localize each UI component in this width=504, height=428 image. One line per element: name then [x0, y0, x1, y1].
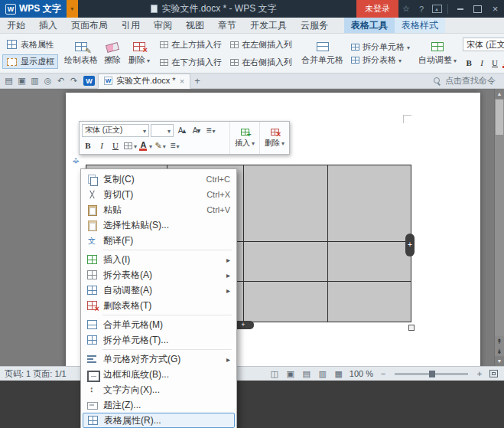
menu-item-split-cells[interactable]: 拆分单元格(T)...	[83, 332, 235, 348]
wps-menu-dropdown[interactable]	[67, 0, 78, 18]
skin-icon[interactable]	[398, 0, 414, 18]
merge-cells-button[interactable]: 合并单元格	[298, 41, 346, 67]
zoom-out-button[interactable]	[379, 369, 388, 378]
menu-item-paste[interactable]: 粘贴 Ctrl+V	[83, 202, 235, 217]
tab-insert[interactable]: 插入	[32, 18, 64, 33]
eraser-button[interactable]: 擦除	[101, 41, 124, 67]
menu-item-copy[interactable]: 复制(C) Ctrl+C	[83, 172, 235, 187]
tab-section[interactable]: 章节	[211, 18, 243, 33]
font-size-combo[interactable]	[151, 124, 174, 137]
undo-icon[interactable]	[54, 74, 67, 88]
help-icon[interactable]: ?	[414, 0, 429, 18]
menu-item-cell-alignment[interactable]: 单元格对齐方式(G)	[83, 351, 235, 367]
menu-item-table-properties[interactable]: 表格属性(R)...	[83, 413, 235, 428]
bold-button[interactable]: B	[463, 57, 475, 69]
menu-item-paste-special[interactable]: 选择性粘贴(S)...	[83, 217, 235, 233]
delete-button[interactable]: 删除	[125, 41, 153, 67]
shrink-font-button[interactable]	[190, 124, 203, 137]
underline-button[interactable]: U	[109, 139, 122, 152]
zoom-slider[interactable]	[395, 373, 468, 375]
font-name-combo[interactable]: 宋体 (正文)	[463, 38, 504, 51]
draw-table-button[interactable]: 绘制表格	[61, 41, 101, 67]
login-button[interactable]: 未登录	[356, 0, 398, 18]
split-cells-button[interactable]: 拆分单元格	[348, 41, 412, 54]
menu-item-translate[interactable]: 翻译(F)	[83, 233, 235, 248]
show-gridlines-button[interactable]: 显示虚框	[2, 54, 58, 69]
fullscreen-layout-icon[interactable]	[301, 368, 312, 379]
font-color-button[interactable]: A	[138, 139, 152, 152]
next-page-button[interactable]	[495, 346, 504, 356]
autofit-button[interactable]: 自动调整	[415, 41, 460, 67]
redo-icon[interactable]	[67, 74, 80, 88]
table-cell[interactable]	[244, 242, 328, 282]
outline-view-icon[interactable]	[317, 368, 328, 379]
table-move-handle[interactable]	[70, 153, 82, 165]
underline-button[interactable]: U	[489, 57, 501, 69]
tab-table-style[interactable]: 表格样式	[395, 18, 445, 33]
menu-item-autofit[interactable]: 自动调整(A)	[83, 283, 235, 298]
wps-logo-button[interactable]: W WPS 文字	[0, 0, 67, 18]
insert-col-right-button[interactable]: 在右侧插入列	[227, 56, 294, 69]
insert-row-above-button[interactable]: 在上方插入行	[157, 38, 224, 51]
table-cell[interactable]	[328, 165, 411, 242]
table-resize-handle[interactable]	[408, 325, 415, 331]
vertical-scrollbar[interactable]	[494, 89, 504, 366]
scroll-down-button[interactable]	[495, 356, 504, 366]
print-preview-icon[interactable]	[41, 74, 54, 88]
table-properties-button[interactable]: 表格属性	[2, 38, 58, 52]
eye-protect-mode-icon[interactable]	[269, 368, 280, 379]
table-cell[interactable]	[244, 282, 328, 322]
zoom-slider-thumb[interactable]	[429, 371, 435, 377]
maximize-button[interactable]	[469, 0, 486, 18]
tab-view[interactable]: 视图	[179, 18, 211, 33]
menu-item-caption[interactable]: 题注(Z)...	[83, 397, 235, 413]
bullet-list-button[interactable]	[204, 124, 217, 137]
previous-page-button[interactable]	[495, 336, 504, 346]
document-tab[interactable]: W 实验文件.docx *	[98, 74, 190, 89]
delete-button[interactable]: 删除	[259, 122, 289, 154]
bold-button[interactable]: B	[82, 139, 94, 152]
minimize-button[interactable]	[451, 0, 469, 18]
insert-col-left-button[interactable]: 在左侧插入列	[227, 38, 294, 51]
close-button[interactable]	[486, 0, 504, 18]
new-document-icon[interactable]	[2, 74, 15, 88]
table-cell[interactable]	[328, 282, 411, 322]
split-table-button[interactable]: 拆分表格	[348, 54, 412, 67]
tab-page-layout[interactable]: 页面布局	[64, 18, 115, 33]
fit-page-icon[interactable]	[489, 370, 498, 377]
collapse-ribbon-button[interactable]	[429, 0, 444, 18]
insert-button[interactable]: 插入	[229, 122, 259, 154]
tab-table-tools[interactable]: 表格工具	[344, 18, 395, 33]
scroll-up-button[interactable]	[495, 89, 504, 99]
web-layout-icon[interactable]	[333, 368, 344, 379]
italic-button[interactable]: I	[476, 57, 488, 69]
menu-item-delete-table[interactable]: 删除表格(T)	[83, 298, 235, 313]
menu-item-merge-cells[interactable]: 合并单元格(M)	[83, 317, 235, 332]
tab-review[interactable]: 审阅	[147, 18, 179, 33]
tab-developer[interactable]: 开发工具	[243, 18, 294, 33]
italic-button[interactable]: I	[96, 139, 108, 152]
tab-home[interactable]: 开始	[0, 18, 32, 33]
font-name-combo[interactable]: 宋体 (正文)	[82, 124, 149, 137]
menu-item-text-direction[interactable]: 文字方向(X)...	[83, 382, 235, 397]
insert-row-below-button[interactable]: 在下方插入行	[157, 56, 224, 69]
table-cell[interactable]	[328, 242, 411, 282]
print-icon[interactable]	[28, 74, 41, 88]
save-icon[interactable]	[15, 74, 28, 88]
scrollbar-thumb[interactable]	[496, 100, 503, 135]
menu-item-cut[interactable]: 剪切(T) Ctrl+X	[83, 187, 235, 202]
tab-cloud[interactable]: 云服务	[294, 18, 335, 33]
zoom-in-button[interactable]	[475, 369, 484, 378]
close-tab-icon[interactable]	[180, 77, 184, 86]
search-command[interactable]: 点击查找命令	[434, 75, 502, 87]
highlight-button[interactable]	[154, 139, 167, 152]
menu-item-split-table[interactable]: 拆分表格(A)	[83, 267, 235, 283]
menu-item-borders-shading[interactable]: 边框和底纹(B)...	[83, 367, 235, 382]
tab-references[interactable]: 引用	[115, 18, 147, 33]
border-button[interactable]	[123, 139, 137, 152]
align-button[interactable]	[168, 139, 181, 152]
print-layout-icon[interactable]	[285, 368, 296, 379]
table-cell[interactable]	[244, 165, 328, 242]
new-tab-button[interactable]	[190, 74, 204, 88]
menu-item-insert[interactable]: 插入(I)	[83, 252, 235, 267]
